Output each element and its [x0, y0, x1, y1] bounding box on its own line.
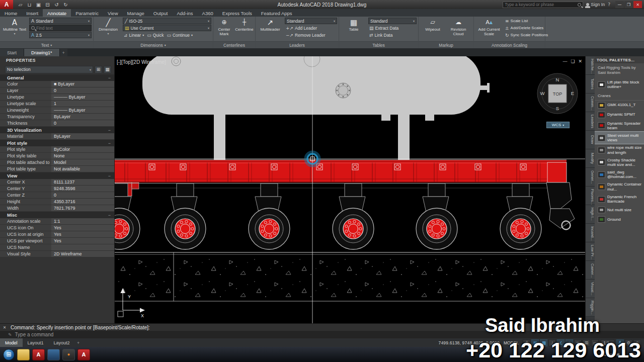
palette-group-tab[interactable]: Camer... [586, 261, 595, 280]
link-data-button[interactable]: ⇄ Link Data [368, 32, 417, 38]
revision-cloud-button[interactable]: ☁ Revision Cloud [446, 18, 471, 40]
mleader-style-combo[interactable]: Standard ▾ [285, 18, 337, 24]
sync-scale-positions-button[interactable]: ↻ Sync Scale Positions [504, 32, 543, 38]
explorer-icon[interactable] [47, 349, 60, 360]
extract-data-button[interactable]: ▤ Extract Data [368, 25, 417, 31]
palette-item[interactable]: Ground [595, 215, 644, 224]
undo-icon[interactable] [53, 2, 60, 8]
viewcube-top-face[interactable]: TOP [553, 92, 562, 97]
ribbon-tab[interactable]: Output [149, 9, 173, 17]
property-value[interactable]: 1:1 [51, 218, 114, 224]
section-view[interactable]: View [0, 172, 114, 179]
ribbon-tab[interactable]: Manage [123, 9, 149, 17]
wipeout-button[interactable]: ▱ Wipeout [421, 18, 444, 40]
section-general[interactable]: General [0, 74, 114, 81]
restore-button[interactable]: ❐ [624, 1, 633, 8]
viewport-restore-icon[interactable]: ❏ [571, 59, 575, 64]
ribbon-tab[interactable]: Parametric [71, 9, 103, 17]
property-value[interactable]: None [51, 153, 114, 159]
plot-icon[interactable] [44, 2, 51, 8]
palette-item[interactable]: Dynamic SPMT [595, 110, 644, 120]
close-icon[interactable]: ✕ [2, 325, 8, 330]
open-icon[interactable] [26, 2, 33, 8]
property-value[interactable]: 8111.1237 [51, 179, 114, 185]
viewport-close-icon[interactable]: ✕ [578, 59, 582, 64]
find-text-input[interactable] [36, 26, 90, 31]
scale-list-button[interactable]: ≡ Scale List [504, 18, 543, 24]
ribbon-tab[interactable]: Home [0, 9, 22, 17]
palette-group-tab[interactable]: Low Pr... [586, 242, 595, 261]
ribbon-tab[interactable]: Add-ins [172, 9, 197, 17]
compass-west[interactable]: W [540, 90, 545, 96]
property-value[interactable]: Yes [51, 231, 114, 237]
redo-icon[interactable] [62, 2, 69, 8]
property-value[interactable]: 9248.3598 [51, 186, 114, 192]
multileader-button[interactable]: ↗ Multileader [257, 18, 283, 40]
linear-dimension-button[interactable]: ⊿ Linear ▾ [123, 32, 145, 38]
palette-item[interactable]: wire rope multi size and length [595, 144, 644, 156]
palette-group-tab[interactable]: Incand... [586, 224, 595, 242]
section-plot-style[interactable]: Plot style [0, 140, 114, 146]
centerline-button[interactable]: ┼ Centerline [235, 18, 254, 40]
ribbon-tab[interactable]: Featured Apps [257, 9, 297, 17]
save-icon[interactable] [35, 2, 42, 8]
search-icon[interactable] [578, 3, 581, 7]
section-misc[interactable]: Misc [0, 212, 114, 218]
property-value[interactable] [51, 244, 114, 250]
help-search-input[interactable] [505, 2, 578, 7]
palette-item[interactable]: Lift plan title block outline+ [595, 78, 644, 90]
autocad-icon[interactable] [32, 349, 45, 360]
app-logo[interactable]: A [0, 0, 13, 9]
tables-panel-label[interactable]: Tables [339, 41, 418, 48]
property-value[interactable]: 0 [51, 120, 114, 126]
new-icon[interactable] [17, 2, 24, 8]
palette-item[interactable]: Dynamic French Barricade [595, 193, 644, 205]
wcs-dropdown[interactable]: WCS ▾ [546, 122, 570, 128]
section-3d-visualization[interactable]: 3D Visualization [0, 127, 114, 133]
add-leader-button[interactable]: +↗ Add Leader [285, 25, 337, 31]
property-value[interactable]: ——— ByLayer [51, 107, 114, 113]
viewport-minimize-icon[interactable]: ― [562, 59, 567, 64]
dimension-button[interactable]: ╱ Dimension ▾ [95, 18, 121, 40]
property-value[interactable]: 1 [51, 101, 114, 107]
ribbon-tab[interactable]: Express Tools [218, 9, 257, 17]
autocad-2-icon[interactable] [77, 349, 90, 360]
property-value[interactable]: ByColor [51, 146, 114, 152]
remove-leader-button[interactable]: −↗ Remove Leader [285, 32, 337, 38]
property-value[interactable]: 4350.3716 [51, 199, 114, 205]
palette-group-tab[interactable]: Draw [586, 131, 595, 149]
text-panel-label[interactable]: Text ▾ [0, 41, 93, 48]
property-value[interactable]: ■ ByLayer [51, 81, 114, 87]
add-delete-scales-button[interactable]: ± Add/Delete Scales [504, 25, 543, 31]
add-current-scale-button[interactable]: A▲ Add Current Scale [475, 18, 503, 40]
ribbon-tab[interactable]: View [103, 9, 122, 17]
palette-item[interactable]: GMK 4100L1_T [595, 101, 644, 110]
markup-panel-label[interactable]: Markup [419, 41, 473, 48]
compass-south[interactable]: S [556, 106, 559, 111]
property-value[interactable]: ByLayer [51, 114, 114, 120]
property-value[interactable]: Not available [51, 166, 114, 172]
palette-group-tab[interactable]: Comm... [586, 94, 595, 112]
drawing-canvas[interactable]: [-][Top][2D Wireframe] ― ❏ ✕ WCS ▾ [115, 56, 585, 323]
find-text-field[interactable] [29, 25, 92, 31]
continue-dimension-button[interactable]: ▭ Continue ▾ [166, 32, 194, 38]
start-tab[interactable]: Start [0, 49, 24, 56]
property-value[interactable]: Model [51, 159, 114, 165]
palette-item[interactable]: said_dwg @hotmail.com... [595, 168, 644, 180]
property-value[interactable]: ——— ByLayer [51, 94, 114, 100]
leaders-panel-label[interactable]: Leaders [256, 41, 339, 48]
palette-group-tab[interactable]: High I... [586, 205, 595, 224]
palette-group-tab[interactable]: Leaders [586, 112, 595, 131]
dimensions-panel-label[interactable]: Dimensions ▾ [94, 41, 213, 48]
dim-style-combo[interactable]: ╱ ISO-25 ▾ [123, 18, 211, 24]
property-value[interactable]: 0 [51, 192, 114, 198]
close-button[interactable]: ✕ [633, 1, 642, 8]
multiline-text-button[interactable]: A Multiline Text ▾ [2, 18, 28, 40]
ribbon-tab[interactable]: A360 [198, 9, 218, 17]
property-value[interactable]: ByLayer [51, 133, 114, 139]
compass-east[interactable]: E [571, 90, 574, 96]
toggle-pickadd-icon[interactable]: ⊞ [95, 66, 102, 73]
palette-item[interactable]: Dynamic Container mul... [595, 180, 644, 193]
palette-group-tab[interactable]: Fluores... [586, 187, 595, 205]
ribbon-tab[interactable]: Annotate [43, 9, 71, 17]
